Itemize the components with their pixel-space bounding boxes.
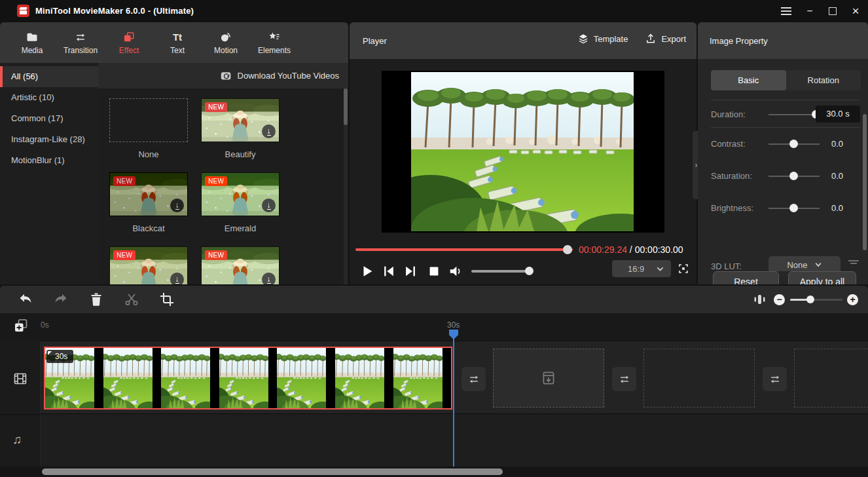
duration-value[interactable]: 30.0 s xyxy=(816,105,860,123)
previous-frame-button[interactable] xyxy=(382,264,396,278)
timeline-ruler[interactable]: 0s 30s xyxy=(0,313,868,341)
clip-duration-badge: 30s xyxy=(46,350,73,363)
timeline-hscrollbar xyxy=(0,467,868,477)
crop-button[interactable] xyxy=(159,292,175,307)
timeline: 0s 30s ♫ 30s xyxy=(0,313,868,477)
download-effect-button[interactable]: ↓ xyxy=(170,273,184,284)
effect-card-partial-1[interactable]: NEW ↓ xyxy=(109,246,188,284)
seek-bar[interactable] xyxy=(355,245,573,254)
seek-knob[interactable] xyxy=(563,245,572,254)
category-all[interactable]: All (56) xyxy=(0,66,98,87)
saturation-knob[interactable] xyxy=(789,172,798,180)
timeline-clip[interactable]: 30s xyxy=(44,347,452,410)
tab-motion[interactable]: Motion xyxy=(202,31,250,55)
property-scrollbar[interactable] xyxy=(863,114,867,250)
effect-card-beautify[interactable]: NEW ↓ Beautify xyxy=(201,98,280,172)
reset-button[interactable]: Reset xyxy=(713,271,779,284)
video-track-icon xyxy=(12,371,28,387)
empty-clip-slot[interactable] xyxy=(643,349,755,408)
redo-button[interactable] xyxy=(53,292,69,307)
transition-icon xyxy=(618,373,631,386)
download-effect-button[interactable]: ↓ xyxy=(262,124,276,138)
ruler-mark-30s: 30s xyxy=(447,320,460,330)
stop-button[interactable] xyxy=(427,264,441,278)
saturation-row: Saturation: 0.0 xyxy=(711,170,860,183)
close-button[interactable]: × xyxy=(847,4,864,18)
category-motionblur[interactable]: MotionBlur (1) xyxy=(0,150,98,171)
effects-panel: Download YouTube Videos None NEW ↓ Beaut… xyxy=(98,63,348,284)
timeline-zoom-slider[interactable] xyxy=(790,299,842,301)
duration-slider[interactable] xyxy=(769,114,820,115)
zoom-in-button[interactable]: + xyxy=(847,294,858,305)
download-youtube-link[interactable]: Download YouTube Videos xyxy=(238,71,339,81)
effect-card-blackcat[interactable]: NEW ↓ Blackcat xyxy=(109,172,188,246)
add-to-timeline-icon[interactable] xyxy=(13,318,29,334)
tab-basic[interactable]: Basic xyxy=(711,70,786,90)
effect-card-emerald[interactable]: NEW ↓ Emerald xyxy=(201,172,280,246)
zoom-out-button[interactable]: − xyxy=(774,294,785,305)
tab-media[interactable]: Media xyxy=(8,31,56,55)
minimize-button[interactable]: − xyxy=(801,4,818,18)
effects-scrollbar[interactable] xyxy=(344,88,348,284)
delete-button[interactable] xyxy=(88,292,104,307)
new-badge: NEW xyxy=(205,250,227,260)
empty-clip-slot-import[interactable] xyxy=(493,349,604,408)
volume-icon[interactable] xyxy=(448,264,463,278)
category-common[interactable]: Common (17) xyxy=(0,108,98,129)
lut-dropdown[interactable]: None xyxy=(769,256,841,271)
transition-slot-button[interactable] xyxy=(612,367,636,391)
transport-controls: 16:9 xyxy=(350,259,696,284)
next-frame-button[interactable] xyxy=(403,264,418,278)
title-bar: MiniTool MovieMaker 6.0.0 - (Ultimate) −… xyxy=(0,0,868,22)
brightness-knob[interactable] xyxy=(789,204,798,212)
hscrollbar-thumb[interactable] xyxy=(42,468,503,475)
lut-options-icon[interactable] xyxy=(848,260,859,267)
fullscreen-button[interactable] xyxy=(678,263,689,275)
menu-icon[interactable] xyxy=(778,4,795,18)
tab-rotation[interactable]: Rotation xyxy=(786,70,861,90)
transition-icon xyxy=(769,373,782,386)
empty-clip-slot[interactable] xyxy=(794,349,868,408)
tab-effect[interactable]: Effect xyxy=(105,31,153,55)
tab-transition[interactable]: Transition xyxy=(56,31,105,55)
effect-thumbnail: NEW ↓ xyxy=(201,246,280,284)
new-badge: NEW xyxy=(205,176,227,186)
effect-card-partial-2[interactable]: NEW ↓ xyxy=(201,246,280,284)
template-layers-icon xyxy=(577,33,589,45)
transition-slot-button[interactable] xyxy=(461,367,486,391)
download-effect-button[interactable]: ↓ xyxy=(170,199,184,212)
effect-thumbnail: NEW ↓ xyxy=(109,246,188,284)
volume-knob[interactable] xyxy=(525,267,533,275)
aspect-ratio-dropdown[interactable]: 16:9 xyxy=(612,260,671,277)
effects-panel-header: Download YouTube Videos xyxy=(98,63,348,88)
effect-category-list: All (56) Artistic (10) Common (17) Insta… xyxy=(0,63,98,284)
maximize-button[interactable] xyxy=(824,4,841,18)
zoom-knob[interactable] xyxy=(806,296,814,303)
apply-to-all-button[interactable]: Apply to all xyxy=(788,271,856,284)
play-button[interactable] xyxy=(360,264,374,278)
zoom-fit-button[interactable] xyxy=(751,292,767,307)
contrast-knob[interactable] xyxy=(789,140,798,148)
brightness-slider[interactable] xyxy=(769,208,820,209)
effect-thumbnail xyxy=(109,98,188,142)
category-artistic[interactable]: Artistic (10) xyxy=(0,87,98,108)
tab-text[interactable]: Tt Text xyxy=(153,31,202,55)
transition-icon xyxy=(74,31,87,44)
split-button[interactable] xyxy=(124,292,139,307)
undo-button[interactable] xyxy=(18,292,33,307)
contrast-row: Contrast: 0.0 xyxy=(711,138,860,151)
saturation-slider[interactable] xyxy=(769,176,820,177)
video-preview[interactable] xyxy=(382,71,664,233)
chevron-down-icon xyxy=(656,265,664,273)
contrast-slider[interactable] xyxy=(769,143,820,145)
category-instagram-like[interactable]: Instagram-Like (28) xyxy=(0,129,98,150)
template-button[interactable]: Template xyxy=(577,33,628,45)
tab-elements[interactable]: Elements xyxy=(250,31,298,55)
player-title: Player xyxy=(363,36,387,46)
effect-card-none[interactable]: None xyxy=(109,98,188,172)
export-button[interactable]: Export xyxy=(645,33,686,45)
download-effect-button[interactable]: ↓ xyxy=(262,199,276,212)
volume-slider[interactable] xyxy=(471,270,532,273)
transition-slot-button[interactable] xyxy=(763,367,787,391)
download-effect-button[interactable]: ↓ xyxy=(262,273,276,284)
